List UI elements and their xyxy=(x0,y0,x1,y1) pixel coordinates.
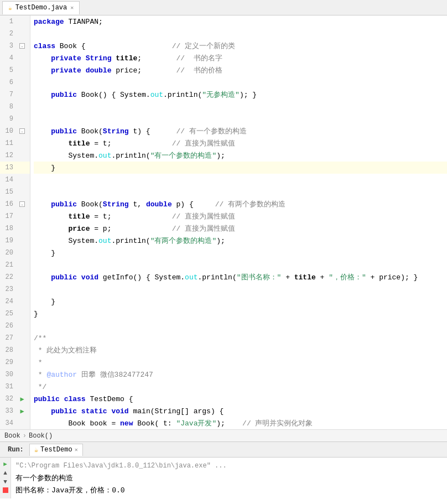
scroll-up-button[interactable]: ▲ xyxy=(3,470,7,476)
run-output-line-1: 有一个参数的构造 xyxy=(15,472,227,484)
file-tab[interactable]: ☕ TestDemo.java ✕ xyxy=(2,1,80,14)
line-number: 13 xyxy=(0,164,17,172)
line-number: 9 xyxy=(0,115,17,123)
run-icon[interactable]: ▶ xyxy=(20,407,24,415)
code-line-19: System.out.println("有两个参数的构造"); xyxy=(34,235,447,247)
run-panel: Run: ☕ TestDemo ✕ ▶ ▲ ▼ "C:\Program File… xyxy=(0,441,447,503)
run-panel-sidebar: ▶ ▲ ▼ xyxy=(0,458,11,498)
code-line-3: class Book { // 定义一个新的类 xyxy=(34,40,447,52)
code-line-23 xyxy=(34,283,447,295)
line-icons: - xyxy=(17,128,28,134)
line-number: 31 xyxy=(0,383,17,391)
code-area: 1 2 3- 4 5 6 7 8 9 10- 11 12 13 xyxy=(0,15,447,429)
code-line-16: public Book(String t, double p) { // 有两个… xyxy=(34,198,447,210)
code-line-18: price = p; // 直接为属性赋值 xyxy=(34,222,447,235)
run-panel-wrapper: ▶ ▲ ▼ "C:\Program Files\Java\jdk1.8.0_11… xyxy=(0,458,447,498)
code-line-30: * @author 田攀 微信382477247 xyxy=(34,368,447,381)
code-lines[interactable]: package TIANPAN; class Book { // 定义一个新的类… xyxy=(30,15,447,429)
line-number: 3 xyxy=(0,42,17,50)
run-tab-icon: ☕ xyxy=(34,446,38,454)
code-line-25: } xyxy=(34,308,447,320)
line-number: 27 xyxy=(0,334,17,342)
line-number: 19 xyxy=(0,237,17,245)
line-icons: - xyxy=(17,201,28,207)
code-line-7: public Book() { System.out.println("无参构造… xyxy=(34,89,447,101)
line-number: 6 xyxy=(0,79,17,86)
code-line-27: /** xyxy=(34,332,447,344)
line-icons: - xyxy=(17,43,28,49)
breadcrumb-part1: Book xyxy=(4,432,20,440)
breadcrumb: Book › Book() xyxy=(0,429,447,441)
code-line-24: } xyxy=(34,295,447,308)
tab-filename: TestDemo.java xyxy=(15,4,67,12)
line-number: 4 xyxy=(0,54,17,62)
fold-icon[interactable]: - xyxy=(19,43,25,49)
code-line-29: * xyxy=(34,356,447,368)
code-line-21 xyxy=(34,259,447,271)
code-line-32: public class TestDemo { xyxy=(34,393,447,405)
run-tab-close[interactable]: ✕ xyxy=(75,446,78,453)
code-line-14 xyxy=(34,174,447,186)
run-icon[interactable]: ▶ xyxy=(20,395,24,403)
line-number: 26 xyxy=(0,322,17,330)
run-cmd-line: "C:\Program Files\Java\jdk1.8.0_112\bin\… xyxy=(15,460,227,472)
line-number: 10 xyxy=(0,127,17,135)
line-number: 24 xyxy=(0,298,17,305)
line-number: 5 xyxy=(0,66,17,74)
run-tab-name: TestDemo xyxy=(40,446,72,454)
line-number: 12 xyxy=(0,152,17,159)
line-number: 30 xyxy=(0,371,17,378)
run-output: "C:\Program Files\Java\jdk1.8.0_112\bin\… xyxy=(11,458,231,498)
code-line-2 xyxy=(34,28,447,40)
code-line-4: private String title; // 书的名字 xyxy=(34,52,447,64)
line-number: 11 xyxy=(0,139,17,147)
code-line-15 xyxy=(34,186,447,198)
code-line-31: */ xyxy=(34,381,447,393)
code-line-12: System.out.println("有一个参数的构造"); xyxy=(34,149,447,162)
tab-close-icon[interactable]: ✕ xyxy=(70,4,74,11)
line-icons: ▶ xyxy=(17,407,28,415)
tab-bar: ☕ TestDemo.java ✕ xyxy=(0,0,447,15)
line-number: 7 xyxy=(0,91,17,98)
run-label: Run: xyxy=(4,446,27,454)
line-number: 8 xyxy=(0,103,17,111)
run-play-button[interactable]: ▶ xyxy=(2,460,9,467)
code-line-11: title = t; // 直接为属性赋值 xyxy=(34,137,447,149)
line-number: 33 xyxy=(0,407,17,415)
code-line-9 xyxy=(34,113,447,125)
run-output-line-2: 图书名称：Java开发，价格：0.0 xyxy=(15,484,227,496)
breadcrumb-separator: › xyxy=(23,432,27,440)
line-number: 17 xyxy=(0,212,17,220)
line-number: 20 xyxy=(0,249,17,257)
line-number: 1 xyxy=(0,18,17,25)
code-editor: 1 2 3- 4 5 6 7 8 9 10- 11 12 13 xyxy=(0,15,447,441)
run-tab-bar: Run: ☕ TestDemo ✕ xyxy=(0,442,447,458)
stop-button[interactable] xyxy=(3,487,8,493)
java-file-icon: ☕ xyxy=(8,4,12,12)
code-line-33: public static void main(String[] args) { xyxy=(34,405,447,417)
code-line-6 xyxy=(34,76,447,89)
run-tab[interactable]: ☕ TestDemo ✕ xyxy=(29,444,83,456)
line-number: 15 xyxy=(0,188,17,196)
line-gutter: 1 2 3- 4 5 6 7 8 9 10- 11 12 13 xyxy=(0,15,30,429)
line-number: 32 xyxy=(0,395,17,403)
code-line-8 xyxy=(34,101,447,113)
code-line-22: public void getInfo() { System.out.print… xyxy=(34,271,447,283)
line-number: 22 xyxy=(0,273,17,281)
fold-icon[interactable]: - xyxy=(19,201,25,207)
line-number: 21 xyxy=(0,261,17,269)
code-line-17: title = t; // 直接为属性赋值 xyxy=(34,210,447,222)
fold-icon[interactable]: - xyxy=(19,128,25,134)
line-number: 25 xyxy=(0,310,17,318)
scroll-down-button[interactable]: ▼ xyxy=(3,479,7,485)
code-line-5: private double price; // 书的价格 xyxy=(34,64,447,76)
code-line-34: Book book = new Book( t: "Java开发"); // 声… xyxy=(34,417,447,429)
line-number: 29 xyxy=(0,358,17,366)
code-line-1: package TIANPAN; xyxy=(34,15,447,28)
code-line-10: public Book(String t) { // 有一个参数的构造 xyxy=(34,125,447,137)
line-number: 34 xyxy=(0,419,17,427)
line-number: 14 xyxy=(0,176,17,184)
line-number: 23 xyxy=(0,285,17,293)
code-line-28: * 此处为文档注释 xyxy=(34,344,447,356)
line-number: 2 xyxy=(0,30,17,38)
